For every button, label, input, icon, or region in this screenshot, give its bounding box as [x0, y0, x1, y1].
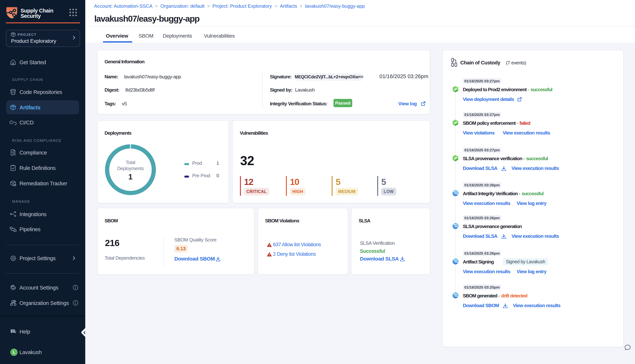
svg-text:?: ?	[12, 329, 14, 332]
